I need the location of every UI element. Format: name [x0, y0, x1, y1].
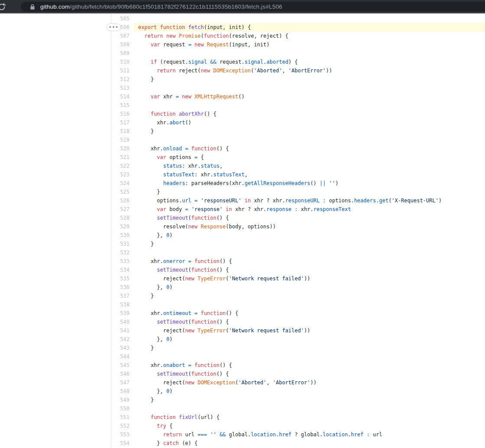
line-number[interactable]: 542 [111, 335, 134, 344]
code-text: headers: parseHeaders(xhr.getAllResponse… [134, 179, 485, 188]
code-text: setTimeout(function() { [134, 214, 485, 222]
line-number[interactable]: 514 [111, 92, 134, 101]
line-number[interactable]: 518 [111, 127, 134, 136]
code-line: 520 xhr.onload = function() { [111, 144, 485, 153]
line-number[interactable]: 515 [111, 101, 134, 110]
address-bar[interactable]: github.com/github/fetch/blob/90fb680c1f5… [21, 2, 485, 12]
line-number[interactable]: 530 [111, 231, 134, 240]
code-text: statusText: xhr.statusText, [134, 170, 485, 179]
code-text: reject(new TypeError('Network request fa… [134, 326, 485, 335]
line-number[interactable]: 528 [111, 214, 134, 222]
code-text: export function fetch(input, init) { [134, 23, 485, 32]
code-line: 517 xhr.abort() [111, 118, 485, 127]
code-line: 514 var xhr = new XMLHttpRequest() [111, 92, 485, 101]
line-number[interactable]: 546 [111, 370, 134, 378]
code-text: xhr.onload = function() { [134, 144, 485, 153]
line-number[interactable]: 534 [111, 266, 134, 274]
line-number[interactable]: 548 [111, 387, 134, 396]
code-line: 511 return reject(new DOMException('Abor… [111, 66, 485, 75]
line-number[interactable]: 524 [111, 179, 134, 188]
code-text: var body = 'response' in xhr ? xhr.respo… [134, 205, 485, 214]
ellipsis-icon: ••• [109, 25, 119, 29]
line-number[interactable]: 537 [111, 292, 134, 300]
line-number[interactable]: 533 [111, 257, 134, 266]
line-number[interactable]: 511 [111, 66, 134, 75]
code-line: 537 } [111, 292, 485, 300]
line-number[interactable]: 519 [111, 136, 134, 144]
line-number[interactable]: 510 [111, 58, 134, 66]
line-number[interactable]: 552 [111, 422, 134, 430]
line-number[interactable]: 507 [111, 32, 134, 40]
line-number[interactable]: 509 [111, 49, 134, 58]
line-number[interactable]: 529 [111, 222, 134, 231]
line-number[interactable]: 517 [111, 118, 134, 127]
line-number[interactable]: 553 [111, 430, 134, 439]
line-number[interactable]: 508 [111, 40, 134, 49]
url-domain: github.com [40, 3, 70, 10]
line-number[interactable]: 520 [111, 144, 134, 153]
line-number[interactable]: 540 [111, 318, 134, 326]
line-number[interactable]: 545 [111, 361, 134, 370]
code-line: 541 reject(new TypeError('Network reques… [111, 326, 485, 335]
code-line: 524 headers: parseHeaders(xhr.getAllResp… [111, 179, 485, 188]
code-text: function fixUrl(url) { [134, 413, 485, 422]
line-number[interactable]: 531 [111, 240, 134, 248]
line-number[interactable]: 512 [111, 75, 134, 84]
line-menu-button[interactable]: ••• [107, 23, 121, 31]
reload-icon[interactable] [0, 2, 6, 12]
line-number[interactable]: 527 [111, 205, 134, 214]
line-number[interactable]: 526 [111, 196, 134, 205]
code-line: 508 var request = new Request(input, ini… [111, 40, 485, 49]
code-line: 521 var options = { [111, 153, 485, 162]
code-text: setTimeout(function() { [134, 370, 485, 378]
line-number[interactable]: 536 [111, 283, 134, 292]
code-text [134, 49, 485, 58]
code-line: 546 setTimeout(function() { [111, 370, 485, 378]
code-text: options.url = 'responseURL' in xhr ? xhr… [134, 196, 485, 205]
code-line: 531 } [111, 240, 485, 248]
code-line: 552 try { [111, 422, 485, 430]
code-line: 522 status: xhr.status, [111, 162, 485, 170]
code-line: 526 options.url = 'responseURL' in xhr ?… [111, 196, 485, 205]
code-line: 516 function abortXhr() { [111, 110, 485, 118]
code-line: 509 [111, 49, 485, 58]
line-number[interactable]: 539 [111, 309, 134, 318]
code-text: setTimeout(function() { [134, 318, 485, 326]
line-number[interactable]: 525 [111, 188, 134, 196]
code-line: 515 [111, 101, 485, 110]
line-number[interactable]: 532 [111, 248, 134, 257]
line-number[interactable]: 549 [111, 396, 134, 404]
code-line: 550 [111, 404, 485, 413]
code-text: }, 0) [134, 335, 485, 344]
line-number[interactable]: 541 [111, 326, 134, 335]
line-number[interactable]: 554 [111, 439, 134, 448]
code-text: }, 0) [134, 231, 485, 240]
code-line: 540 setTimeout(function() { [111, 318, 485, 326]
line-number[interactable]: 522 [111, 162, 134, 170]
code-text: return url === '' && global.location.hre… [134, 430, 485, 439]
line-number[interactable]: 535 [111, 274, 134, 283]
line-number[interactable]: 547 [111, 378, 134, 387]
code-text: status: xhr.status, [134, 162, 485, 170]
code-line: 505 [111, 14, 485, 23]
line-number[interactable]: 551 [111, 413, 134, 422]
code-text: } [134, 75, 485, 84]
code-line: 530 }, 0) [111, 231, 485, 240]
code-text: } catch (e) { [134, 439, 485, 448]
line-number[interactable]: 513 [111, 84, 134, 92]
code-text: } [134, 240, 485, 248]
line-number[interactable]: 523 [111, 170, 134, 179]
line-number[interactable]: 544 [111, 352, 134, 361]
code-line: 519 [111, 136, 485, 144]
line-number[interactable]: 516 [111, 110, 134, 118]
lock-icon[interactable] [30, 4, 35, 10]
line-number[interactable]: 505 [111, 14, 134, 23]
code-line: 523 statusText: xhr.statusText, [111, 170, 485, 179]
line-number[interactable]: 538 [111, 300, 134, 309]
line-number[interactable]: 543 [111, 344, 134, 352]
code-line: 525 } [111, 188, 485, 196]
line-number[interactable]: 521 [111, 153, 134, 162]
url-text: github.com/github/fetch/blob/90fb680c1f5… [40, 3, 282, 10]
line-number[interactable]: 550 [111, 404, 134, 413]
code-text: reject(new DOMException('Aborted', 'Abor… [134, 378, 485, 387]
